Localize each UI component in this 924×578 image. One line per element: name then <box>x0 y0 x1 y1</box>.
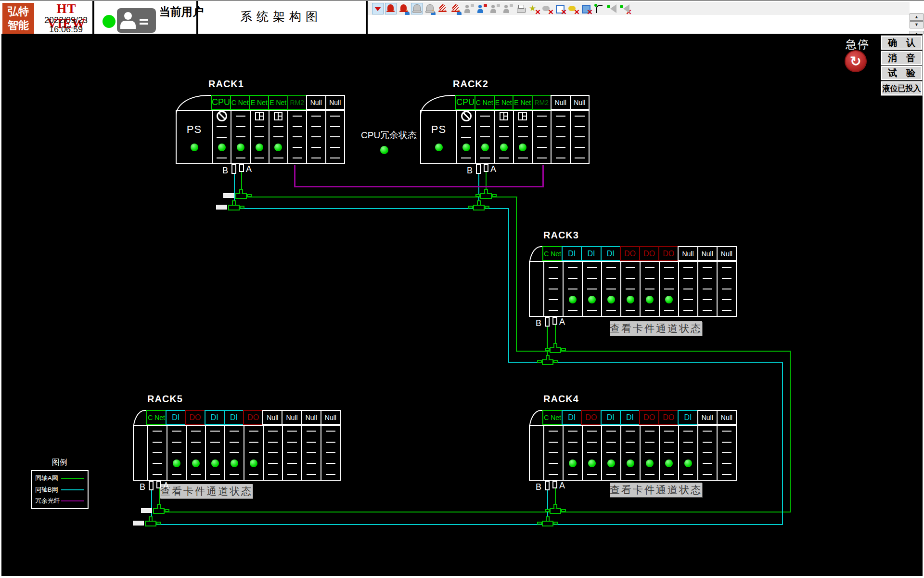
estop-arrows-icon: ↻ <box>850 53 861 69</box>
card-slot-null <box>717 426 736 480</box>
enet-card-icon <box>255 112 264 120</box>
port-b-label: B <box>467 166 473 176</box>
cpu-redundancy-led <box>380 146 388 154</box>
port-b-stub <box>545 481 550 490</box>
emergency-stop-button[interactable]: ↻ <box>845 50 867 72</box>
cpu-redundancy-label: CPU冗余状态 <box>361 129 417 142</box>
toolbar-icon-clear-gray-oval[interactable]: × <box>541 3 552 14</box>
legend-label: 冗余光纤 <box>35 497 60 505</box>
id-lines-icon <box>140 19 148 21</box>
toolbar-icon-operator-message-alarm[interactable] <box>476 3 487 14</box>
card-status-led <box>665 296 673 303</box>
toolbar-icon-print-confirm[interactable] <box>515 3 526 14</box>
card-slot-di <box>167 426 186 480</box>
slot-header-do: DO <box>620 246 640 261</box>
terminator <box>141 508 152 513</box>
terminator <box>133 521 144 525</box>
message-badge-icon <box>484 4 487 7</box>
rack3-net-b-tee <box>542 359 553 365</box>
ps-status-led <box>191 144 198 151</box>
card-slot-enet <box>494 111 513 163</box>
slot-header-enet: E Net <box>494 95 514 110</box>
card-slot-rm2 <box>287 111 306 163</box>
level-engaged-button[interactable]: 液位已投入 <box>881 81 922 95</box>
card-slot-do <box>640 426 659 480</box>
toolbar-icon-alarm-bell-ringing[interactable] <box>437 3 448 14</box>
mute-button[interactable]: 消 音 <box>881 51 922 65</box>
toolbar-icon-operator-gray-2[interactable] <box>489 3 500 14</box>
card-slot-do <box>659 262 678 316</box>
legend-item: 冗余光纤 <box>35 497 84 505</box>
net-a-trunk-line <box>164 512 791 512</box>
slot-header-di: DI <box>562 246 582 261</box>
scroll-up-button[interactable]: ▲ <box>910 13 924 21</box>
port-a-label: A <box>559 481 565 491</box>
view-channel-status-button[interactable]: 查看卡件通道状态 <box>610 321 702 336</box>
message-badge-icon <box>510 4 513 7</box>
card-slot-di <box>601 426 620 480</box>
card-status-led <box>684 460 692 467</box>
legend-title: 图例 <box>31 458 89 468</box>
toolbar-icon-clear-star-event[interactable]: ★× <box>528 3 539 14</box>
rack4-net-a-tee <box>550 508 561 514</box>
cpu-card-icon <box>461 111 472 121</box>
time-text: 16:06:59 <box>38 25 94 34</box>
toolbar-icon-alarm-bell-red-operator[interactable] <box>398 3 409 14</box>
legend-item: 同轴B网 <box>35 486 84 494</box>
cpu-card-icon <box>217 111 227 121</box>
rack-slot-headers: CPUC NetE NetE NetRM2NullNull <box>455 95 590 110</box>
port-b-label: B <box>222 166 228 176</box>
test-button[interactable]: 试 验 <box>881 66 922 80</box>
view-channel-status-button[interactable]: 查看卡件通道状态 <box>610 483 702 497</box>
datetime: 2022/09/23 16:06:59 <box>38 16 94 34</box>
toolbar-icon-operator-message-gray[interactable] <box>463 3 474 14</box>
card-slot-di <box>563 426 582 480</box>
port-a-label: A <box>490 164 496 174</box>
separator <box>92 1 94 35</box>
slot-header-null: Null <box>717 410 737 425</box>
user-id-card-icon[interactable] <box>117 8 156 33</box>
view-channel-status-button[interactable]: 查看卡件通道状态 <box>160 484 253 499</box>
confirm-button[interactable]: 确 认 <box>881 36 922 50</box>
toolbar-icon-alarm-bell-red[interactable] <box>385 3 396 14</box>
slot-header-do: DO <box>658 246 679 261</box>
toolbar-icon-alarm-bell-gray-operator[interactable] <box>424 3 435 14</box>
slot-header-do: DO <box>243 410 263 425</box>
slot-header-cnet: C Net <box>230 95 250 110</box>
toolbar-icon-alarm-bell-gray[interactable] <box>411 3 422 14</box>
clear-x-icon: × <box>561 7 566 16</box>
toolbar-icon-spray-enable[interactable] <box>606 3 617 14</box>
scroll-down-button[interactable]: ▼ <box>910 21 924 28</box>
slot-header-null: Null <box>306 95 326 110</box>
toolbar-icon-clear-yellow-oval[interactable]: × <box>567 3 578 14</box>
toolbar-icon-clear-window[interactable]: × <box>554 3 565 14</box>
rack-label: RACK1 <box>208 79 244 90</box>
card-status-led <box>627 296 634 303</box>
clear-x-icon: × <box>535 7 540 16</box>
clear-x-icon: × <box>574 7 579 16</box>
toolbar-icon-alarm-dropdown-arrow[interactable] <box>372 3 383 14</box>
rack-slot-headers: C NetDIDODIDIDODODINullNull <box>542 410 737 425</box>
card-slot-di <box>582 262 601 316</box>
top-bar: 弘特 智能 HT VIEW 2022/09/23 16:06:59 当前用户 系… <box>0 0 924 34</box>
rack-body: PS <box>420 110 590 164</box>
toolbar-icon-operator-gray-3[interactable] <box>502 3 513 14</box>
slot-header-null: Null <box>282 410 302 425</box>
slot-header-rm2: RM2 <box>532 95 552 110</box>
legend-label: 同轴A网 <box>35 474 58 483</box>
card-status-led <box>588 296 596 303</box>
port-a-stub <box>239 164 244 172</box>
toolbar-icon-clear-window-filled[interactable]: × <box>580 3 591 14</box>
port-b-label: B <box>536 482 541 492</box>
card-status-led <box>218 144 226 151</box>
slot-header-null: Null <box>717 246 737 261</box>
user-status-led <box>103 15 116 28</box>
toolbar-icon-alarm-bell-ringing-operator[interactable] <box>450 3 461 14</box>
toolbar-icon-trend-hook[interactable] <box>593 3 604 14</box>
terminator <box>223 193 234 198</box>
card-slot-cnet <box>475 111 494 163</box>
net-b-trunk-line <box>782 362 783 525</box>
card-slot-enet <box>250 111 269 163</box>
estop-label: 急停 <box>846 37 870 52</box>
toolbar-icon-spray-disable[interactable]: × <box>619 3 630 14</box>
